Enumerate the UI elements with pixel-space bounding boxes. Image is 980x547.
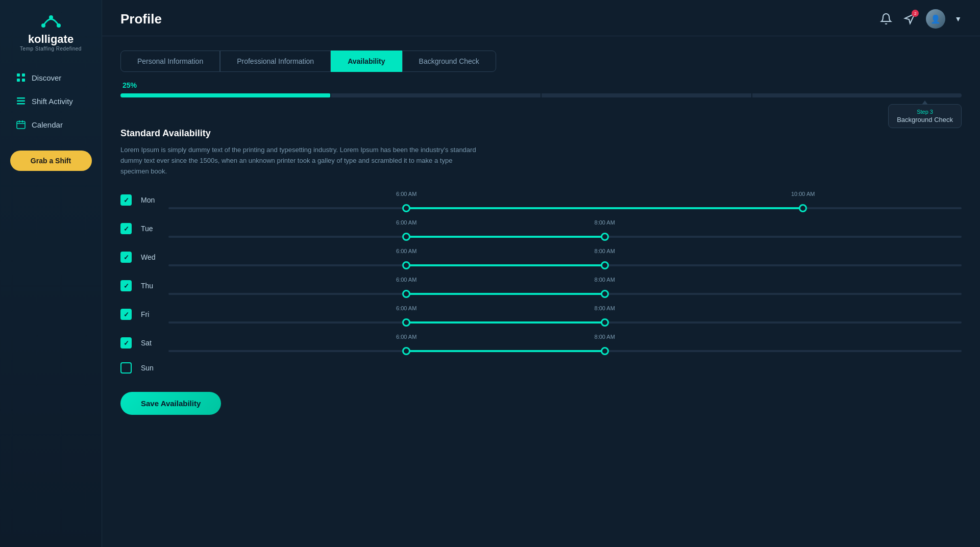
day-label-tue: Tue (141, 225, 159, 233)
profile-tabs: Personal Information Professional Inform… (120, 51, 962, 72)
slider-thumb-start-fri[interactable] (402, 318, 410, 327)
sidebar-item-discover[interactable]: Discover (4, 67, 97, 88)
slider-track-mon[interactable] (168, 207, 962, 209)
main-content: Profile 2 👤 ▼ Personal Informa (102, 0, 980, 547)
sidebar-shift-label: Shift Activity (32, 97, 73, 106)
svg-rect-9 (17, 103, 25, 105)
end-time-mon: 10:00 AM (791, 191, 815, 197)
slider-labels-wed: 6:00 AM8:00 AM (168, 248, 962, 256)
svg-rect-4 (22, 73, 25, 77)
checkbox-wed[interactable] (120, 252, 132, 263)
slider-thumb-start-thu[interactable] (402, 290, 410, 298)
slider-track-fri[interactable] (168, 321, 962, 324)
slider-labels-sat: 6:00 AM8:00 AM (168, 334, 962, 342)
slider-track-tue[interactable] (168, 236, 962, 238)
end-time-tue: 8:00 AM (595, 219, 615, 226)
slider-thumb-end-fri[interactable] (601, 318, 609, 327)
tooltip-arrow (922, 101, 928, 105)
tab-personal-information[interactable]: Personal Information (120, 51, 220, 72)
checkbox-tue[interactable] (120, 223, 132, 234)
progress-bar (120, 93, 962, 97)
end-time-wed: 8:00 AM (595, 248, 615, 254)
header-actions: 2 👤 ▼ (879, 9, 962, 29)
tooltip-step: Step 3 (897, 109, 953, 115)
megaphone-icon[interactable]: 2 (902, 12, 917, 26)
progress-seg-4 (752, 93, 962, 97)
slider-fill-thu (406, 293, 605, 295)
slider-thumb-start-mon[interactable] (402, 204, 410, 212)
svg-rect-7 (17, 97, 25, 99)
notification-bell[interactable] (879, 12, 893, 26)
slider-thumb-end-mon[interactable] (799, 204, 807, 212)
day-row-wed: Wed6:00 AM8:00 AM (120, 248, 962, 266)
slider-sat: 6:00 AM8:00 AM (168, 334, 962, 352)
checkbox-sat[interactable] (120, 337, 132, 349)
slider-fill-tue (406, 236, 605, 238)
progress-seg-3 (542, 93, 752, 97)
brand-tagline: Temp Staffing Redefined (20, 46, 82, 52)
avatar-image: 👤 (926, 9, 945, 29)
slider-track-thu[interactable] (168, 293, 962, 295)
slider-thumb-end-wed[interactable] (601, 261, 609, 269)
checkbox-sun[interactable] (120, 362, 132, 374)
slider-thumb-end-thu[interactable] (601, 290, 609, 298)
slider-thumb-start-sat[interactable] (402, 347, 410, 355)
logo-area: kolligate Temp Staffing Redefined (20, 10, 82, 52)
sidebar-item-shift-activity[interactable]: Shift Activity (4, 90, 97, 112)
grab-shift-button[interactable]: Grab a Shift (10, 151, 92, 171)
end-time-fri: 8:00 AM (595, 305, 615, 311)
day-row-fri: Fri6:00 AM8:00 AM (120, 305, 962, 324)
day-row-sun: Sun (120, 362, 962, 374)
progress-seg-1 (120, 93, 331, 97)
sidebar: kolligate Temp Staffing Redefined Discov… (0, 0, 102, 547)
checkbox-mon[interactable] (120, 194, 132, 206)
slider-labels-tue: 6:00 AM8:00 AM (168, 219, 962, 228)
top-header: Profile 2 👤 ▼ (102, 0, 980, 36)
content-area: Personal Information Professional Inform… (102, 36, 980, 547)
end-time-sat: 8:00 AM (595, 334, 615, 340)
sidebar-discover-label: Discover (32, 73, 61, 82)
tooltip-label: Background Check (897, 116, 953, 123)
svg-rect-10 (17, 121, 25, 129)
svg-point-2 (49, 15, 53, 19)
slider-track-wed[interactable] (168, 264, 962, 266)
checkbox-thu[interactable] (120, 280, 132, 291)
svg-point-0 (41, 23, 45, 28)
slider-labels-thu: 6:00 AM8:00 AM (168, 277, 962, 285)
sidebar-item-calendar[interactable]: Calendar (4, 114, 97, 135)
megaphone-badge: 2 (912, 10, 919, 17)
progress-dividers (120, 93, 962, 97)
user-avatar[interactable]: 👤 (926, 9, 945, 29)
slider-thumb-start-wed[interactable] (402, 261, 410, 269)
progress-tooltip: Step 3 Background Check (888, 104, 962, 128)
sidebar-calendar-label: Calendar (32, 120, 63, 129)
end-time-thu: 8:00 AM (595, 277, 615, 283)
page-title: Profile (120, 11, 162, 27)
slider-fill-fri (406, 321, 605, 324)
day-row-thu: Thu6:00 AM8:00 AM (120, 277, 962, 295)
tab-availability[interactable]: Availability (331, 51, 402, 72)
slider-track-sat[interactable] (168, 350, 962, 352)
slider-mon: 6:00 AM10:00 AM (168, 191, 962, 209)
slider-thumb-end-tue[interactable] (601, 233, 609, 241)
day-label-wed: Wed (141, 253, 159, 261)
slider-tue: 6:00 AM8:00 AM (168, 219, 962, 238)
svg-rect-6 (22, 79, 25, 82)
start-time-mon: 6:00 AM (396, 191, 416, 197)
tab-professional-information[interactable]: Professional Information (220, 51, 331, 72)
slider-thumb-start-tue[interactable] (402, 233, 410, 241)
chevron-down-icon[interactable]: ▼ (954, 15, 962, 23)
start-time-thu: 6:00 AM (396, 277, 416, 283)
slider-thumb-end-sat[interactable] (601, 347, 609, 355)
svg-rect-5 (17, 79, 20, 82)
tab-background-check[interactable]: Background Check (402, 51, 496, 72)
day-row-mon: Mon6:00 AM10:00 AM (120, 191, 962, 209)
start-time-tue: 6:00 AM (396, 219, 416, 226)
calendar-icon (16, 120, 26, 129)
day-label-mon: Mon (141, 196, 159, 204)
checkbox-fri[interactable] (120, 309, 132, 320)
day-label-sat: Sat (141, 339, 159, 347)
progress-percent: 25% (120, 81, 962, 89)
brand-name: kolligate (28, 33, 74, 46)
save-availability-button[interactable]: Save Availability (120, 392, 221, 415)
